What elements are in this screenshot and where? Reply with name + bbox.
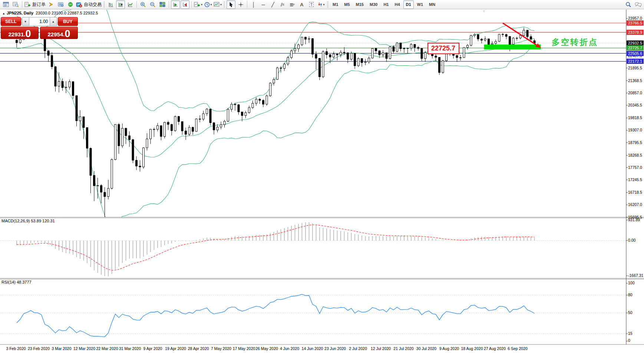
fibonacci-icon[interactable]: ≣F: [288, 0, 297, 9]
line-chart-icon[interactable]: [126, 0, 135, 9]
price-axis-tick: 17757.0: [628, 165, 644, 170]
label-icon[interactable]: T: [307, 0, 316, 9]
signals-icon[interactable]: [66, 0, 75, 9]
search-icon[interactable]: [624, 0, 633, 9]
buy-button[interactable]: BUY: [58, 17, 78, 26]
price-axis-tick: 20857.0: [628, 91, 644, 95]
timeframe-w1[interactable]: W1: [415, 0, 426, 9]
price-badge: 23378.9: [627, 30, 644, 35]
sell-button[interactable]: SELL: [1, 17, 21, 26]
axis-ticks: [626, 19, 628, 341]
date-axis-label: 3 Mar 2020: [52, 346, 71, 351]
macd-axis-value: 0.00: [628, 238, 635, 242]
date-axis-label: 17 May 2020: [233, 346, 255, 351]
periods-icon[interactable]: ▾: [204, 0, 212, 9]
volume-decrease-button[interactable]: ▼: [22, 17, 29, 26]
new-order-button[interactable]: 新订单: [24, 0, 46, 9]
vertical-line-icon[interactable]: │: [249, 0, 258, 9]
indicators-icon[interactable]: ▾: [194, 0, 203, 9]
ohlc-readout: 23030.0 23100.0 22887.5 22932.5: [36, 11, 98, 15]
annotation-turning-point[interactable]: 多空转折点: [552, 37, 598, 48]
toolbar-grip: [327, 1, 328, 8]
date-axis-label: 7 May 2020: [211, 346, 231, 351]
timeframe-bar: M1M5M15M30H1H4D1W1MN: [330, 0, 438, 9]
timeframe-m30[interactable]: M30: [367, 0, 380, 9]
rsi-axis-value: 100: [628, 281, 635, 285]
buy-price: 22954.: [48, 32, 65, 37]
price-badge: 22725.7: [627, 45, 644, 50]
trendline-icon[interactable]: ╱: [268, 0, 277, 9]
tile-windows-icon[interactable]: [158, 0, 167, 9]
timeframe-m15[interactable]: M15: [353, 0, 366, 9]
price-axis-tick: 19818.5: [628, 115, 644, 120]
price-axis-tick: 16207.0: [628, 202, 644, 207]
rsi-axis-value: 80: [628, 292, 633, 297]
algo-trading-button[interactable]: 自动交易: [76, 0, 102, 9]
zoom-in-icon[interactable]: [139, 0, 148, 9]
date-axis-label: 9 Aug 2020: [439, 346, 459, 351]
timeframe-m5[interactable]: M5: [341, 0, 352, 9]
chat-icon[interactable]: [634, 0, 643, 9]
date-axis-label: 12 Jul 2020: [371, 346, 391, 351]
price-axis-tick: 20345.5: [628, 103, 644, 107]
buy-price-display[interactable]: 22954.0: [40, 27, 78, 39]
timeframe-h1[interactable]: H1: [381, 0, 391, 9]
timeframe-d1[interactable]: D1: [403, 0, 414, 9]
auto-scroll-icon[interactable]: [171, 0, 180, 9]
annotation-price-flag[interactable]: 22725.7: [427, 43, 459, 54]
metaeditor-icon[interactable]: [56, 0, 65, 9]
chart-shift-icon[interactable]: [181, 0, 189, 9]
date-axis-label: 26 May 2020: [255, 346, 278, 351]
date-axis-label: 21 Jul 2020: [393, 346, 413, 351]
cursor-icon[interactable]: [227, 0, 235, 9]
templates-icon[interactable]: ▾: [213, 0, 222, 9]
chart-shift-marker[interactable]: ▿: [483, 9, 485, 13]
volume-input[interactable]: [29, 17, 50, 26]
price-axis-tick: 17245.5: [628, 177, 644, 182]
toolbar-divider: [191, 1, 192, 8]
macd-axis-value: 931.89: [628, 218, 640, 222]
price-badge: 23766.5: [627, 20, 644, 26]
collapse-chart-icon[interactable]: ▲: [2, 12, 5, 15]
rsi-axis-value: 0: [628, 338, 630, 343]
chevron-down-icon: ▾: [323, 3, 325, 6]
toolbar-divider: [22, 1, 22, 8]
toolbar-grip: [103, 1, 105, 8]
horizontal-line-icon[interactable]: ─: [259, 0, 268, 9]
timeframe-mn[interactable]: MN: [426, 0, 438, 9]
chart-canvas[interactable]: [0, 0, 644, 353]
text-icon[interactable]: A: [297, 0, 306, 9]
date-axis-label: 22 Mar 2020: [96, 346, 118, 351]
date-axis-label: 2 Jul 2020: [349, 346, 367, 351]
date-axis-label: 14 Jun 2020: [302, 346, 323, 351]
macd-label: MACD(12,26,9) 53.89 120.31: [1, 219, 55, 223]
annotation-trend-arrow[interactable]: [503, 23, 541, 48]
candles-layer: [16, 27, 536, 217]
candle-chart-icon[interactable]: [116, 0, 125, 9]
channel-icon[interactable]: ⫽E: [278, 0, 287, 9]
rsi-line: [17, 294, 535, 337]
timeframe-h4[interactable]: H4: [392, 0, 402, 9]
price-axis-tick: 21368.5: [628, 78, 644, 83]
sell-price: 22931.: [9, 32, 26, 37]
chevron-down-icon: ▾: [211, 3, 212, 6]
timeframe-m1[interactable]: M1: [330, 0, 341, 9]
profiles-icon[interactable]: [11, 0, 20, 9]
date-axis-label: 3 Feb 2020: [6, 346, 26, 351]
annotation-support-bar[interactable]: [484, 45, 541, 49]
crosshair-icon[interactable]: [236, 0, 245, 9]
date-axis-label: 12 Mar 2020: [73, 346, 95, 351]
new-chart-icon[interactable]: [1, 0, 10, 9]
price-badge: 22932.5: [627, 40, 644, 46]
volume-increase-button[interactable]: ▲: [50, 17, 57, 26]
zoom-out-icon[interactable]: [148, 0, 157, 9]
sell-price-display[interactable]: 22931.0: [1, 27, 39, 39]
arrows-icon[interactable]: ▾: [317, 0, 326, 9]
mql5-icon[interactable]: [47, 0, 56, 9]
chart-title: ▲JPN225, Daily 23030.0 23100.0 22887.5 2…: [2, 11, 98, 15]
bar-chart-icon[interactable]: [106, 0, 115, 9]
date-axis-label: 27 Aug 2020: [484, 346, 506, 351]
macd-histogram: [17, 222, 535, 277]
trading-terminal: 新订单 自动交易: [0, 0, 644, 353]
main-toolbar: 新订单 自动交易: [0, 0, 644, 9]
